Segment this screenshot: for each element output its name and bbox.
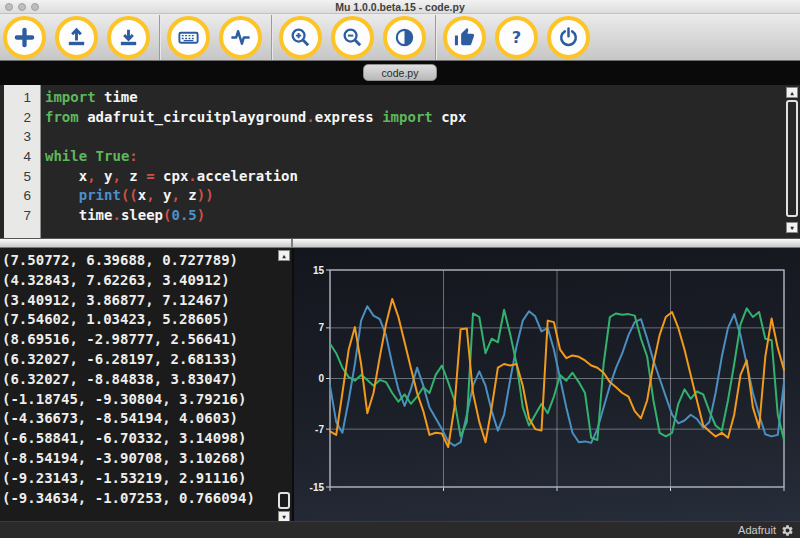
serial-output-line: (6.32027, -8.84838, 3.83047) xyxy=(2,370,292,390)
serial-output-pane[interactable]: (7.50772, 6.39688, 0.727789)(4.32843, 7.… xyxy=(0,248,292,521)
settings-gear-icon[interactable] xyxy=(781,524,794,537)
code-line: 3 xyxy=(0,127,800,147)
download-icon xyxy=(117,26,140,49)
y-tick-label: 15 xyxy=(313,265,325,276)
mu-editor-window: Mu 1.0.0.beta.15 - code.py ? code.py 1im… xyxy=(0,0,800,538)
upload-icon xyxy=(65,26,88,49)
serial-output-line: (3.40912, 3.86877, 7.12467) xyxy=(2,291,292,311)
scroll-up-icon[interactable]: ▲ xyxy=(278,250,290,261)
power-icon xyxy=(557,26,580,49)
line-number: 1 xyxy=(0,88,31,108)
zoom-out-icon xyxy=(341,26,364,49)
line-number: 4 xyxy=(0,147,31,167)
editor-scrollbar-thumb[interactable] xyxy=(786,100,798,217)
serial-output-line: (-9.23143, -1.53219, 2.91116) xyxy=(2,469,292,489)
help-button[interactable]: ? xyxy=(495,16,538,59)
serial-output-line: (-9.34634, -1.07253, 0.766094) xyxy=(2,489,292,509)
horizontal-splitter[interactable] xyxy=(0,238,800,248)
new-button[interactable] xyxy=(3,16,46,59)
line-number: 7 xyxy=(0,206,31,226)
code-line: 7 time.sleep(0.5) xyxy=(0,206,800,226)
toolbar-separator xyxy=(159,15,160,60)
code-line: 5 x, y, z = cpx.acceleration xyxy=(0,167,800,187)
code-line: 1import time xyxy=(0,88,800,108)
scroll-down-icon[interactable]: ▼ xyxy=(786,222,798,233)
scroll-up-icon[interactable]: ▲ xyxy=(786,87,798,98)
serial-output-line: (8.69516, -2.98777, 2.56641) xyxy=(2,330,292,350)
quit-button[interactable] xyxy=(547,16,590,59)
window-title: Mu 1.0.0.beta.15 - code.py xyxy=(0,1,800,13)
plotter-pane: 1570-7-15 xyxy=(294,248,800,521)
toolbar-separator xyxy=(435,15,436,60)
zoom-in-button[interactable] xyxy=(279,16,322,59)
toolbar-separator xyxy=(271,15,272,60)
serial-output-line: (-1.18745, -9.30804, 3.79216) xyxy=(2,390,292,410)
zoom-in-icon xyxy=(289,26,312,49)
waveform-icon xyxy=(229,26,252,49)
tab-code-py[interactable]: code.py xyxy=(363,64,437,81)
save-button[interactable] xyxy=(107,16,150,59)
code-line: 2from adafruit_circuitplayground.express… xyxy=(0,108,800,128)
check-button[interactable] xyxy=(443,16,486,59)
code-text: print((x, y, z)) xyxy=(31,187,214,203)
y-tick-label: 7 xyxy=(318,322,324,333)
serial-output-line: (7.54602, 1.03423, 5.28605) xyxy=(2,310,292,330)
toolbar: ? xyxy=(0,14,800,61)
plus-icon xyxy=(13,26,36,49)
splitter-notch xyxy=(291,239,293,247)
keyboard-icon xyxy=(177,26,200,49)
code-text: x, y, z = cpx.acceleration xyxy=(31,168,298,184)
serial-output-line: (6.32027, -6.28197, 2.68133) xyxy=(2,350,292,370)
serial-output-line: (4.32843, 7.62263, 3.40912) xyxy=(2,271,292,291)
title-bar: Mu 1.0.0.beta.15 - code.py xyxy=(0,0,800,14)
serial-output-line: (-8.54194, -3.90708, 3.10268) xyxy=(2,449,292,469)
serial-output-line: (7.50772, 6.39688, 0.727789) xyxy=(2,251,292,271)
status-bar: Adafruit xyxy=(0,521,800,538)
line-number: 5 xyxy=(0,167,31,187)
repl-scrollbar[interactable]: ▲ ▼ xyxy=(277,248,291,521)
line-number: 3 xyxy=(0,127,31,147)
mode-button[interactable]: Adafruit xyxy=(738,524,776,536)
theme-button[interactable] xyxy=(383,16,426,59)
code-text: from adafruit_circuitplayground.express … xyxy=(31,109,466,125)
code-line: 4while True: xyxy=(0,147,800,167)
plotter-chart: 1570-7-15 xyxy=(294,248,800,521)
serial-button[interactable] xyxy=(167,16,210,59)
y-tick-label: 0 xyxy=(318,373,324,384)
code-text: while True: xyxy=(31,148,138,164)
repl-scrollbar-thumb[interactable] xyxy=(278,492,290,509)
editor-scrollbar[interactable]: ▲ ▼ xyxy=(785,85,799,238)
code-text xyxy=(31,128,45,144)
zoom-out-button[interactable] xyxy=(331,16,374,59)
contrast-icon xyxy=(393,26,416,49)
y-tick-label: -7 xyxy=(315,424,324,435)
code-editor[interactable]: 1import time2from adafruit_circuitplaygr… xyxy=(0,85,800,238)
serial-output-line: (-6.58841, -6.70332, 3.14098) xyxy=(2,429,292,449)
svg-text:?: ? xyxy=(512,27,521,46)
scroll-down-icon[interactable]: ▼ xyxy=(278,511,290,521)
question-icon: ? xyxy=(505,26,528,49)
tab-strip: code.py xyxy=(0,61,800,85)
code-text: time.sleep(0.5) xyxy=(31,207,205,223)
thumbs-up-icon xyxy=(453,26,476,49)
bottom-panes: (7.50772, 6.39688, 0.727789)(4.32843, 7.… xyxy=(0,248,800,521)
line-number: 2 xyxy=(0,108,31,128)
y-tick-label: -15 xyxy=(310,482,325,493)
code-line: 6 print((x, y, z)) xyxy=(0,186,800,206)
load-button[interactable] xyxy=(55,16,98,59)
code-text: import time xyxy=(31,89,138,105)
line-number: 6 xyxy=(0,186,31,206)
plotter-button[interactable] xyxy=(219,16,262,59)
serial-output-line: (-4.36673, -8.54194, 4.0603) xyxy=(2,409,292,429)
